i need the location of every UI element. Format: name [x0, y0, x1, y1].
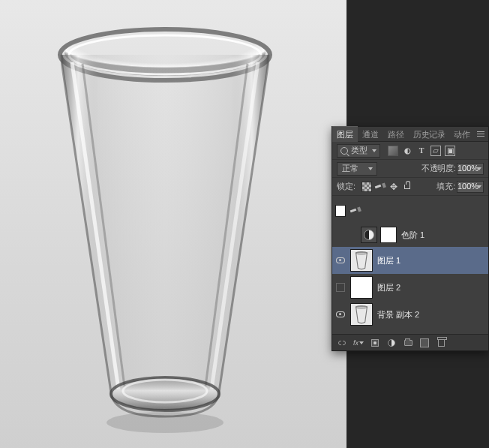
checker-icon: [335, 205, 346, 217]
lock-transparency-icon[interactable]: [362, 182, 372, 192]
svg-point-5: [106, 412, 224, 433]
filter-smartobject-icon[interactable]: ▣: [445, 146, 455, 156]
filter-icon-group: ◐ T ▱ ▣: [388, 146, 455, 156]
layer-row[interactable]: 背景 副本 2: [332, 301, 488, 328]
fill-label: 填充:: [436, 181, 455, 192]
glass-image: [52, 19, 278, 439]
layer-thumb: [350, 303, 373, 326]
chevron-down-icon: [477, 167, 482, 170]
opacity-value: 100%: [458, 164, 478, 173]
filter-pixel-icon[interactable]: [388, 146, 398, 156]
layer-name[interactable]: 图层 2: [377, 282, 400, 293]
type-filter-label: 类型: [351, 145, 368, 156]
tab-actions[interactable]: 动作: [449, 127, 475, 142]
panel-footer: fx: [332, 334, 488, 350]
new-layer-button[interactable]: [419, 338, 430, 348]
document-canvas[interactable]: [0, 0, 346, 448]
fill-value: 100%: [458, 182, 478, 191]
new-adjustment-button[interactable]: [386, 338, 397, 348]
delete-layer-button[interactable]: [436, 338, 446, 348]
layer-thumb: [350, 276, 373, 299]
lock-all-icon[interactable]: [402, 182, 412, 192]
lock-label: 锁定:: [337, 181, 356, 192]
adjustment-thumb: [361, 227, 377, 243]
layer-row[interactable]: [332, 199, 488, 223]
layers-panel: 图层 通道 路径 历史记录 动作 类型 ◐ T ▱ ▣ 正常 不透明度:: [332, 126, 489, 351]
lock-pixels-icon[interactable]: [375, 182, 386, 192]
layer-name[interactable]: 图层 1: [377, 255, 400, 266]
blend-opacity-row: 正常 不透明度: 100%: [332, 160, 488, 178]
layer-row[interactable]: 图层 1: [332, 247, 488, 274]
visibility-toggle[interactable]: [335, 255, 346, 266]
new-group-button[interactable]: [403, 338, 413, 348]
visibility-spacer: [335, 230, 346, 240]
type-filter-select[interactable]: 类型: [337, 144, 380, 158]
layer-type-filter-row: 类型 ◐ T ▱ ▣: [332, 142, 488, 160]
tab-paths[interactable]: 路径: [383, 127, 409, 142]
eye-icon: [336, 311, 345, 317]
filter-shape-icon[interactable]: ▱: [430, 146, 441, 156]
mask-thumb[interactable]: [380, 227, 397, 243]
tab-channels[interactable]: 通道: [358, 127, 383, 142]
lock-fill-row: 锁定: ✥ 填充: 100%: [332, 178, 488, 196]
visibility-toggle[interactable]: [335, 309, 346, 320]
filter-adjustment-icon[interactable]: ◐: [402, 146, 412, 156]
layer-name[interactable]: 背景 副本 2: [377, 309, 419, 320]
visibility-off-icon: [336, 283, 345, 292]
panel-menu-icon[interactable]: [476, 129, 486, 140]
visibility-toggle[interactable]: [335, 282, 346, 293]
opacity-label: 不透明度:: [422, 163, 455, 174]
chevron-down-icon: [477, 185, 482, 188]
tab-history[interactable]: 历史记录: [409, 127, 449, 142]
layer-fx-button[interactable]: fx: [353, 338, 364, 348]
blend-mode-value: 正常: [342, 164, 358, 173]
fill-input[interactable]: 100%: [457, 181, 484, 193]
layer-list: 色阶 1 图层 1 图层 2 背景 副本 2: [332, 196, 488, 328]
opacity-input[interactable]: 100%: [457, 163, 484, 175]
chevron-down-icon: [372, 149, 376, 152]
chevron-down-icon: [368, 167, 373, 170]
filter-type-icon[interactable]: T: [416, 146, 427, 156]
blend-mode-select[interactable]: 正常: [337, 162, 377, 176]
search-icon: [340, 147, 348, 155]
panel-tab-bar: 图层 通道 路径 历史记录 动作: [332, 127, 488, 142]
layer-name[interactable]: 色阶 1: [401, 230, 424, 241]
brush-indicator: [350, 207, 362, 215]
svg-point-3: [111, 377, 219, 410]
add-mask-button[interactable]: [370, 338, 380, 348]
link-layers-button[interactable]: [337, 338, 347, 348]
layer-row[interactable]: 图层 2: [332, 274, 488, 301]
tab-layers[interactable]: 图层: [332, 126, 358, 142]
lock-position-icon[interactable]: ✥: [388, 182, 399, 192]
layer-row[interactable]: 色阶 1: [332, 223, 488, 247]
visibility-toggle[interactable]: [335, 206, 346, 216]
eye-icon: [336, 257, 345, 263]
layer-thumb: [350, 249, 373, 272]
